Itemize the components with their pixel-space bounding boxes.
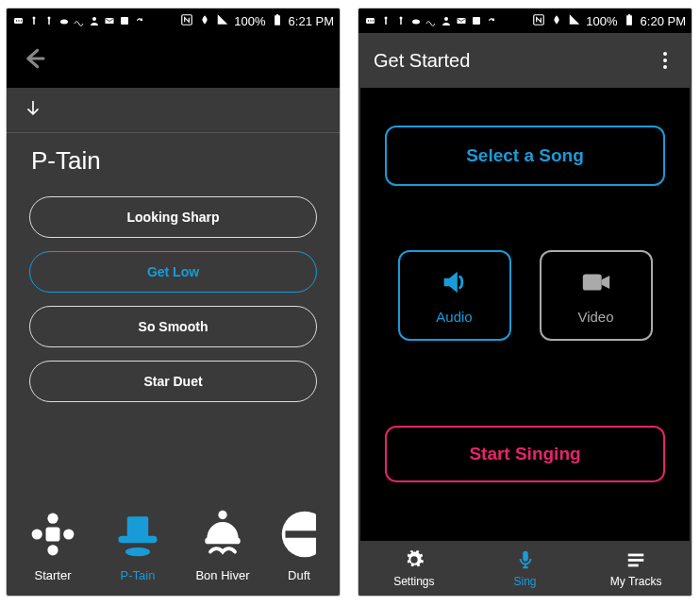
- person-icon: [88, 15, 100, 27]
- tophat-icon: [111, 508, 164, 561]
- svg-point-2: [18, 20, 19, 21]
- svg-rect-32: [385, 19, 387, 25]
- voice-starter[interactable]: Starter: [10, 508, 95, 582]
- svg-point-36: [444, 17, 448, 21]
- signal-icon: [568, 13, 581, 29]
- select-song-label: Select a Song: [466, 145, 584, 166]
- status-right: 100% 6:20 PM: [532, 13, 686, 29]
- nfc-icon: [180, 13, 193, 29]
- svg-point-9: [92, 17, 96, 21]
- video-mode-button[interactable]: Video: [540, 250, 653, 341]
- svg-point-30: [372, 20, 373, 21]
- voice-ptain[interactable]: P-Tain: [95, 508, 180, 582]
- effect-label: Get Low: [147, 264, 199, 279]
- mode-row: Audio Video: [398, 250, 653, 341]
- nav-mytracks[interactable]: My Tracks: [580, 541, 692, 596]
- wifi-icon: [550, 13, 563, 29]
- voice-label: Duft: [288, 568, 310, 582]
- effect-label: Looking Sharp: [127, 210, 220, 225]
- svg-point-22: [125, 547, 150, 556]
- svg-rect-44: [628, 553, 644, 556]
- notif-icon: [12, 15, 25, 27]
- key-icon: [27, 15, 40, 27]
- effect-list: Looking Sharp Get Low So Smooth Star Due…: [7, 189, 340, 402]
- voice-label: P-Tain: [121, 568, 156, 582]
- svg-point-1: [15, 20, 16, 21]
- svg-rect-43: [523, 550, 528, 561]
- svg-rect-34: [400, 19, 402, 25]
- notif-icon: [364, 15, 376, 27]
- camera-icon: [580, 266, 612, 301]
- key-icon: [379, 15, 392, 27]
- voice-duft[interactable]: Duft: [265, 508, 316, 582]
- svg-point-17: [63, 529, 74, 539]
- starter-icon: [26, 508, 79, 561]
- waves-icon: [425, 15, 437, 27]
- status-left-icons: [364, 15, 497, 27]
- audio-mode-button[interactable]: Audio: [398, 250, 511, 341]
- mail-icon: [455, 15, 467, 27]
- svg-rect-5: [33, 19, 35, 25]
- key-icon: [394, 15, 407, 27]
- svg-point-28: [367, 20, 368, 21]
- svg-rect-46: [628, 564, 639, 566]
- svg-rect-40: [626, 15, 632, 25]
- battery-icon: [271, 13, 284, 29]
- svg-rect-24: [205, 538, 240, 545]
- svg-rect-26: [285, 530, 316, 537]
- status-right: 100% 6:21 PM: [180, 13, 334, 29]
- svg-rect-19: [46, 528, 60, 542]
- square-icon: [118, 15, 130, 27]
- voice-carousel[interactable]: Starter P-Tain Bon Hiver Duft: [7, 498, 340, 596]
- effect-looking-sharp[interactable]: Looking Sharp: [29, 196, 317, 238]
- nav-label: My Tracks: [610, 575, 662, 588]
- beanie-icon: [196, 508, 249, 561]
- clock: 6:21 PM: [289, 14, 334, 28]
- svg-rect-45: [628, 559, 644, 562]
- sync-icon: [133, 15, 145, 27]
- svg-point-29: [370, 20, 371, 21]
- svg-point-35: [412, 20, 420, 25]
- effect-so-smooth[interactable]: So Smooth: [29, 306, 317, 347]
- effect-star-duet[interactable]: Star Duet: [29, 361, 317, 402]
- speaker-icon: [439, 266, 471, 301]
- signal-icon: [216, 13, 229, 29]
- phone-left: 100% 6:21 PM P-Tain Looking Sharp Get Lo…: [6, 8, 341, 597]
- svg-rect-42: [582, 275, 601, 291]
- nav-settings[interactable]: Settings: [358, 541, 470, 596]
- status-bar: 100% 6:21 PM: [7, 8, 340, 33]
- arrow-down-icon: [24, 99, 42, 122]
- svg-point-16: [32, 529, 42, 539]
- page-title: Get Started: [374, 50, 470, 72]
- main-content: Select a Song Audio Video Start Sing: [360, 88, 690, 541]
- select-song-button[interactable]: Select a Song: [385, 126, 665, 186]
- overflow-menu-button[interactable]: [654, 52, 676, 69]
- topbar: Get Started: [358, 33, 692, 88]
- svg-point-8: [60, 20, 68, 25]
- voice-label: Bon Hiver: [195, 568, 249, 582]
- topbar: [7, 33, 340, 88]
- sync-icon: [485, 15, 497, 27]
- square-icon: [470, 15, 482, 27]
- effect-get-low[interactable]: Get Low: [29, 251, 317, 293]
- mic-icon: [515, 549, 536, 573]
- nav-sing[interactable]: Sing: [470, 541, 581, 596]
- voice-bon-hiver[interactable]: Bon Hiver: [180, 508, 265, 582]
- svg-rect-37: [457, 18, 465, 24]
- svg-rect-7: [48, 19, 50, 25]
- svg-point-15: [47, 513, 58, 524]
- svg-rect-13: [275, 15, 280, 25]
- svg-rect-14: [275, 14, 277, 16]
- person-icon: [440, 15, 452, 27]
- nav-label: Settings: [393, 575, 434, 588]
- nav-label: Sing: [513, 575, 536, 588]
- back-button[interactable]: [20, 44, 48, 76]
- mode-label: Audio: [436, 309, 472, 325]
- start-singing-button[interactable]: Start Singing: [385, 426, 665, 482]
- mode-label: Video: [577, 309, 613, 325]
- mail-icon: [103, 15, 115, 27]
- cloud-icon: [58, 15, 70, 27]
- svg-point-18: [47, 545, 58, 555]
- gear-icon: [404, 549, 425, 573]
- collapse-bar[interactable]: [7, 88, 340, 133]
